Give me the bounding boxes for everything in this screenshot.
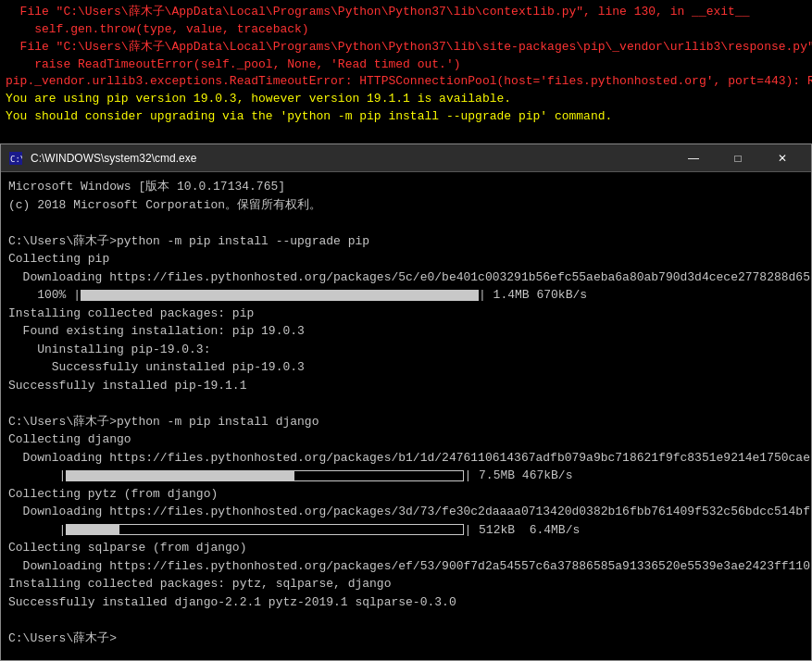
django-progress-bar: || 7.5MB 467kB/s [8, 467, 804, 485]
title-bar: C:\ C:\WINDOWS\system32\cmd.exe — □ ✕ [1, 144, 811, 172]
svg-text:C:\: C:\ [10, 155, 22, 164]
downloading-django: Downloading https://files.pythonhosted.o… [8, 449, 804, 468]
cmd-window: C:\ C:\WINDOWS\system32\cmd.exe — □ ✕ Mi… [0, 143, 812, 661]
installing-packages: Installing collected packages: pytz, sql… [8, 575, 804, 593]
uninstalling-pip: Uninstalling pip-19.0.3: [8, 341, 804, 359]
pip-progress-fill [81, 290, 479, 301]
uninstalled-pip: Successfully uninstalled pip-19.0.3 [8, 358, 804, 377]
blank-1 [8, 214, 804, 232]
pip-version-warning: You are using pip version 19.0.3, howeve… [6, 91, 806, 108]
win-copyright-line: (c) 2018 Microsoft Corporation。保留所有权利。 [8, 196, 804, 215]
django-install-cmd: C:\Users\薛木子>python -m pip install djang… [8, 413, 804, 431]
pip-progress-bar: 100% || 1.4MB 670kB/s [8, 286, 804, 305]
blank-2 [8, 394, 804, 413]
blank-3 [8, 611, 804, 630]
maximize-button[interactable]: □ [717, 144, 759, 172]
error-line-3: File "C:\Users\薛木子\AppData\Local\Program… [6, 39, 806, 56]
top-terminal: File "C:\Users\薛木子\AppData\Local\Program… [0, 0, 812, 143]
minimize-button[interactable]: — [672, 144, 715, 172]
pip-upgrade-cmd: C:\Users\薛木子>python -m pip install --upg… [8, 232, 804, 251]
window-title: C:\WINDOWS\system32\cmd.exe [31, 152, 672, 165]
collecting-pytz: Collecting pytz (from django) [8, 485, 804, 504]
found-pip: Found existing installation: pip 19.0.3 [8, 322, 804, 341]
installed-django: Successfully installed django-2.2.1 pytz… [8, 593, 804, 612]
collecting-django: Collecting django [8, 430, 804, 449]
pytz-progress-bar: || 512kB 6.4MB/s [8, 521, 804, 540]
error-line-1: File "C:\Users\薛木子\AppData\Local\Program… [6, 4, 806, 21]
downloading-sqlparse: Downloading https://files.pythonhosted.o… [8, 557, 804, 576]
pip-upgrade-suggestion: You should consider upgrading via the 'p… [6, 108, 806, 126]
close-button[interactable]: ✕ [761, 144, 804, 172]
collecting-sqlparse: Collecting sqlparse (from django) [8, 539, 804, 557]
error-line-2: self.gen.throw(type, value, traceback) [6, 21, 806, 39]
installing-pip: Installing collected packages: pip [8, 305, 804, 323]
terminal-content: Microsoft Windows [版本 10.0.17134.765] (c… [1, 172, 811, 661]
window-controls: — □ ✕ [672, 144, 804, 172]
collecting-pip: Collecting pip [8, 250, 804, 268]
downloading-pip: Downloading https://files.pythonhosted.o… [8, 268, 804, 287]
error-line-4: raise ReadTimeoutError(self._pool, None,… [6, 56, 806, 74]
cmd-icon: C:\ [8, 151, 23, 166]
final-prompt: C:\Users\薛木子> [8, 630, 804, 648]
django-progress-empty [294, 470, 464, 481]
installed-pip: Successfully installed pip-19.1.1 [8, 377, 804, 395]
downloading-pytz: Downloading https://files.pythonhosted.o… [8, 503, 804, 521]
pytz-progress-empty [119, 524, 464, 535]
win-version-line: Microsoft Windows [版本 10.0.17134.765] [8, 178, 804, 196]
django-progress-fill [66, 470, 294, 481]
error-line-5: pip._vendor.urllib3.exceptions.ReadTimeo… [6, 73, 806, 91]
pytz-progress-fill [66, 524, 119, 535]
